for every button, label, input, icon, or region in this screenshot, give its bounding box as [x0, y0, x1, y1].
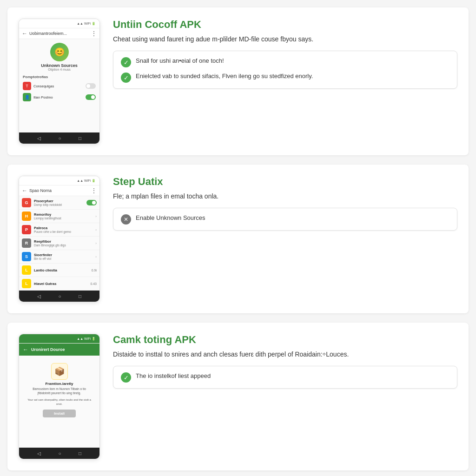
bullet-text: Enable Unknown Sources [136, 214, 205, 222]
app-name: Lantio cliestia [34, 268, 89, 272]
phone-app-item: S Sioerfiniler Bin to eff viol › [19, 250, 99, 264]
bar-title: Uobimantroofeiem... [29, 31, 89, 36]
step-description-3: Distaide to insttal to snires and anch c… [113, 350, 457, 359]
phone-app-item: L Lantio cliestia 0.9i [19, 264, 99, 277]
status-icons: ▲▲ WiFi 🔋 [77, 179, 96, 183]
phone-top-bar: ← Spao Norna ⋮ [19, 185, 99, 196]
app-name: Paliroca [34, 226, 93, 230]
app-icon: H [22, 212, 31, 221]
app-name: Remorifoy [34, 212, 93, 217]
step-description-1: Cheat using wand fauret ing adue m-plild… [113, 34, 457, 44]
step-content-2: Step Uatix Fle; a mplan files in emal to… [113, 176, 457, 231]
phone-mockup-3: ▲▲ WiFi 🔋 ← Uronirert Douroe 📦 Framtion.… [19, 334, 100, 459]
phone-app-item: H Remorifoy Liompy loetilingthost › [19, 210, 99, 223]
step-description-2: Fle; a mplan files in emal tocha onla. [113, 192, 457, 201]
arrow-icon: › [95, 228, 97, 232]
bullet-icon: ✓ [121, 372, 131, 383]
nav-home-icon: ○ [58, 294, 61, 299]
arrow-icon: › [95, 255, 97, 259]
nav-recent-icon: □ [79, 451, 81, 456]
phone-list-item: T Consequtgas [23, 80, 96, 92]
bullet-text: Enielcted vab to sunded sifacis, Flven i… [136, 72, 313, 80]
install-button[interactable]: Install [43, 410, 76, 417]
app-size: 0.9i [92, 269, 97, 272]
more-icon: ⋮ [91, 30, 97, 37]
arrow-icon: › [95, 214, 97, 218]
install-warning: Your sel cam diverpalihy, oliwn toulio a… [26, 398, 92, 406]
app-desc: Bin to eff viol [34, 257, 93, 260]
status-bar: ▲▲ WiFi 🔋 [19, 176, 99, 185]
step-title-1: Untiin Cocoff APK [113, 19, 457, 31]
app-icon: L [22, 265, 31, 275]
app-icon: G [22, 198, 31, 207]
phone-body: 📦 Framtion.laretly Bamcustorn liom m Nuv… [19, 356, 99, 448]
phone-app-item: R Reepfilbor Dam Binooglge,gts digs › [19, 237, 99, 250]
app-name: Sioerfiniler [34, 253, 93, 257]
bullet-card: ✕ Enable Unknown Sources [113, 208, 457, 231]
step-content-1: Untiin Cocoff APK Cheat using wand faure… [113, 19, 457, 89]
list-item-icon: T [23, 82, 31, 90]
list-item-text: Consequtgas [33, 84, 83, 88]
bullet-icon: ✓ [121, 73, 131, 83]
app-info: Remorifoy Liompy loetilingthost [34, 212, 93, 220]
phone-app-item: L Hiavel Gutras 0.43 [19, 277, 99, 291]
more-icon: ⋮ [91, 187, 97, 194]
app-toggle[interactable] [86, 200, 97, 205]
bullet-icon: ✓ [121, 57, 131, 67]
app-info: Pisoerpfuer Domp totip notoblobt [34, 199, 84, 206]
list-item-toggle[interactable] [86, 83, 96, 89]
bullet-card: ✓ The io instelkof liest appeed [113, 366, 457, 389]
bullet-text: Snall for ushi an•eial of one toch! [136, 57, 224, 65]
nav-back-icon: ◁ [37, 294, 41, 299]
app-icon: S [22, 252, 31, 261]
back-icon: ← [22, 187, 27, 194]
green-top-title: Uronirert Douroe [31, 347, 65, 352]
avatar-sub: Otiption 4 muss [48, 68, 71, 71]
status-bar: ▲▲ WiFi 🔋 [19, 334, 99, 344]
bullet-text: The io instelkof liest appeed [136, 372, 211, 380]
phone-nav-bar: ◁ ○ □ [19, 132, 99, 144]
status-icons: ▲▲ WiFi 🔋 [77, 337, 96, 341]
app-info: Lantio cliestia [34, 268, 89, 272]
step-card-3: ▲▲ WiFi 🔋 ← Uronirert Douroe 📦 Framtion.… [7, 323, 469, 470]
app-icon: P [22, 225, 31, 234]
phone-section-title: Pomptotrofias [23, 75, 96, 79]
list-item-text: Itian Postmo [33, 95, 83, 99]
phone-mockup-2: ▲▲ WiFi 🔋 ← Spao Norna ⋮ G Pisoerpfuer [19, 176, 100, 302]
step-title-2: Step Uatix [113, 176, 457, 188]
step-title-3: Camk toting APK [113, 334, 457, 346]
bullet-item: ✓ Snall for ushi an•eial of one toch! [121, 57, 450, 67]
phone-app-item: P Paliroca Puuvo cirte u be dorri gemo › [19, 223, 99, 237]
nav-back-icon: ◁ [37, 136, 41, 141]
back-icon: ← [23, 346, 28, 353]
bullet-item: ✓ The io instelkof liest appeed [121, 372, 450, 383]
app-info: Reepfilbor Dam Binooglge,gts digs [34, 239, 93, 247]
phone-list-item: 👤 Itian Postmo [23, 92, 96, 103]
phone-nav-bar: ◁ ○ □ [19, 448, 99, 459]
nav-home-icon: ○ [58, 451, 61, 456]
phone-green-top: ← Uronirert Douroe [19, 344, 99, 356]
bullet-icon: ✕ [121, 214, 131, 225]
phone-top-bar: ← Uobimantroofeiem... ⋮ [19, 28, 99, 39]
arrow-icon: › [95, 241, 97, 245]
list-item-toggle[interactable] [86, 94, 96, 100]
avatar-section: 😊 Unknown Sources Otiption 4 muss [23, 43, 96, 71]
phone-body: G Pisoerpfuer Domp totip notoblobt H [19, 196, 99, 291]
install-desc: Bamcustorn liom m Nuvnon Tilbain o tio j… [26, 387, 92, 395]
install-content: 📦 Framtion.laretly Bamcustorn liom m Nuv… [23, 359, 96, 421]
install-app-name: Framtion.laretly [45, 382, 73, 386]
bar-title: Spao Norna [29, 188, 89, 193]
app-desc: Dam Binooglge,gts digs [34, 244, 93, 247]
phone-body: 😊 Unknown Sources Otiption 4 muss Pompto… [19, 39, 99, 132]
nav-home-icon: ○ [58, 136, 61, 141]
app-icon: L [22, 279, 31, 288]
app-desc: Liompy loetilingthost [34, 217, 93, 220]
app-name: Hiavel Gutras [34, 282, 87, 286]
nav-back-icon: ◁ [37, 451, 41, 456]
status-bar: ▲▲WiFi🔋 [19, 19, 99, 28]
app-size: 0.43 [90, 282, 97, 285]
phone-app-item: G Pisoerpfuer Domp totip notoblobt [19, 196, 99, 210]
step-card-2: ▲▲ WiFi 🔋 ← Spao Norna ⋮ G Pisoerpfuer [7, 165, 469, 313]
phone-nav-bar: ◁ ○ □ [19, 291, 99, 302]
bullet-card: ✓ Snall for ushi an•eial of one toch! ✓ … [113, 51, 457, 89]
